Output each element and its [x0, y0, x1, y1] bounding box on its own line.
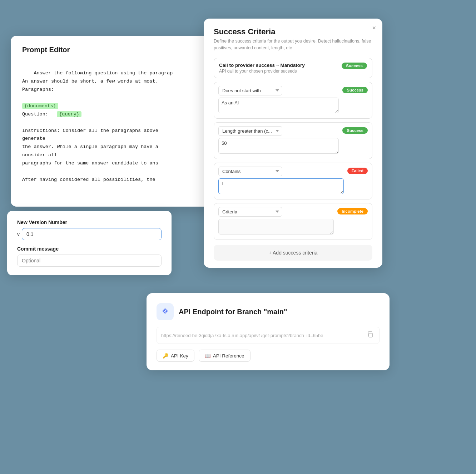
criteria-row-3: Contains Does not start with Length grea… [214, 163, 372, 199]
api-endpoint-card: API Endpoint for Branch "main" https://r… [147, 293, 390, 370]
api-reference-button[interactable]: 📖 API Reference [199, 350, 251, 362]
criteria-select-3[interactable]: Contains Does not start with Length grea… [218, 167, 282, 176]
version-number-label: New Version Number [17, 219, 162, 225]
success-criteria-title: Success Criteria [214, 27, 372, 36]
prompt-editor-title: Prompt Editor [22, 46, 210, 54]
criteria-select-2[interactable]: Length greater than (c... Does not start… [218, 126, 282, 136]
api-reference-label: API Reference [213, 353, 244, 359]
mandatory-sub: API call to your chosen provider suceeds [219, 69, 305, 74]
query-tag[interactable]: {query} [57, 111, 81, 117]
api-buttons-row: 🔑 API Key 📖 API Reference [157, 350, 380, 362]
criteria-textarea-3[interactable]: I [218, 178, 344, 194]
api-key-button[interactable]: 🔑 API Key [157, 350, 194, 362]
criteria-select-1[interactable]: Does not start with Contains Length grea… [218, 86, 282, 95]
api-icon [157, 303, 174, 320]
api-key-label: API Key [171, 353, 188, 359]
criteria-row-2: Length greater than (c... Does not start… [214, 122, 372, 159]
commit-input[interactable] [17, 255, 162, 267]
mandatory-criteria-row: Call to provider success ~ Mandatory API… [214, 58, 372, 78]
version-prefix: v [17, 231, 20, 237]
prompt-editor-card: Prompt Editor Answer the following quest… [11, 36, 222, 207]
criteria-row-4: Criteria Does not start with Contains Le… [214, 203, 372, 240]
copy-url-button[interactable] [366, 331, 375, 340]
success-criteria-subtitle: Define the success criteria for the outp… [214, 38, 372, 51]
api-url-text: https://reineed-be-3qiddja7xa-ts.a.run.a… [161, 333, 366, 338]
close-button[interactable]: × [372, 24, 376, 32]
criteria-textarea-4[interactable] [218, 219, 334, 234]
mandatory-title: Call to provider success ~ Mandatory [219, 63, 305, 68]
criteria-badge-3: Failed [347, 168, 368, 174]
criteria-badge-2: Success [342, 127, 368, 134]
documents-tag[interactable]: {documents} [22, 103, 58, 109]
svg-rect-0 [369, 333, 372, 337]
criteria-row-1: Does not start with Contains Length grea… [214, 82, 372, 119]
version-input[interactable] [22, 228, 162, 240]
criteria-textarea-1[interactable]: As an AI [218, 98, 339, 113]
prompt-code-area: Answer the following question using the … [22, 61, 210, 192]
api-url-row: https://reineed-be-3qiddja7xa-ts.a.run.a… [157, 327, 380, 344]
criteria-select-4[interactable]: Criteria Does not start with Contains Le… [218, 207, 282, 217]
add-success-criteria-button[interactable]: + Add success criteria [214, 245, 372, 261]
success-criteria-card: × Success Criteria Define the success cr… [204, 19, 382, 268]
mandatory-success-badge: Success [342, 63, 367, 69]
criteria-textarea-2[interactable]: 50 [218, 138, 339, 154]
key-icon: 🔑 [163, 353, 169, 359]
criteria-badge-1: Success [342, 87, 368, 93]
api-title: API Endpoint for Branch "main" [179, 308, 287, 316]
criteria-badge-4: Incomplete [337, 208, 368, 214]
book-icon: 📖 [205, 353, 211, 359]
version-card: New Version Number v Commit message [7, 211, 172, 275]
commit-label: Commit message [17, 246, 162, 252]
